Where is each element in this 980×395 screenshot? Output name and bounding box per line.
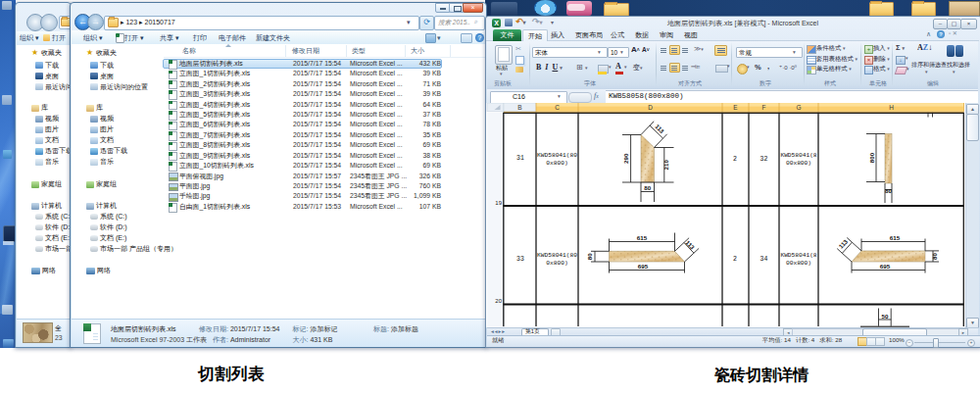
svg-text:2: 2 [733, 256, 737, 263]
svg-text:80: 80 [587, 253, 594, 260]
svg-text:33: 33 [516, 256, 524, 263]
svg-text:D: D [648, 104, 653, 111]
svg-text:695: 695 [638, 263, 649, 270]
svg-text:KWD58041(80: KWD58041(80 [537, 252, 577, 259]
svg-text:50: 50 [882, 313, 889, 320]
svg-text:B: B [517, 104, 521, 111]
svg-text:0x800): 0x800) [546, 260, 567, 267]
svg-text:2: 2 [733, 156, 737, 163]
svg-text:G: G [796, 104, 801, 111]
svg-text:32: 32 [760, 156, 768, 163]
svg-text:KWD58041(8: KWD58041(8 [780, 152, 816, 159]
svg-text:KWD58041(8: KWD58041(8 [780, 252, 816, 259]
svg-text:KWD58041(80: KWD58041(80 [537, 152, 577, 159]
svg-text:80: 80 [885, 187, 892, 194]
svg-text:290: 290 [623, 153, 630, 164]
svg-text:F: F [762, 104, 766, 111]
svg-text:00x800): 00x800) [786, 160, 811, 167]
svg-text:H: H [889, 104, 894, 111]
svg-text:C: C [555, 104, 560, 111]
svg-text:695: 695 [880, 263, 891, 270]
svg-text:80: 80 [644, 184, 651, 191]
svg-text:20: 20 [495, 298, 502, 304]
svg-text:210: 210 [662, 160, 669, 171]
svg-text:615: 615 [890, 234, 901, 241]
svg-text:34: 34 [760, 256, 768, 263]
svg-text:0x800): 0x800) [546, 160, 567, 167]
svg-text:00x800): 00x800) [786, 260, 811, 267]
svg-text:80: 80 [931, 253, 938, 260]
svg-text:31: 31 [516, 155, 524, 162]
svg-text:E: E [733, 104, 738, 111]
svg-text:615: 615 [637, 234, 648, 241]
svg-text:19: 19 [495, 200, 502, 206]
svg-text:800: 800 [868, 152, 875, 163]
